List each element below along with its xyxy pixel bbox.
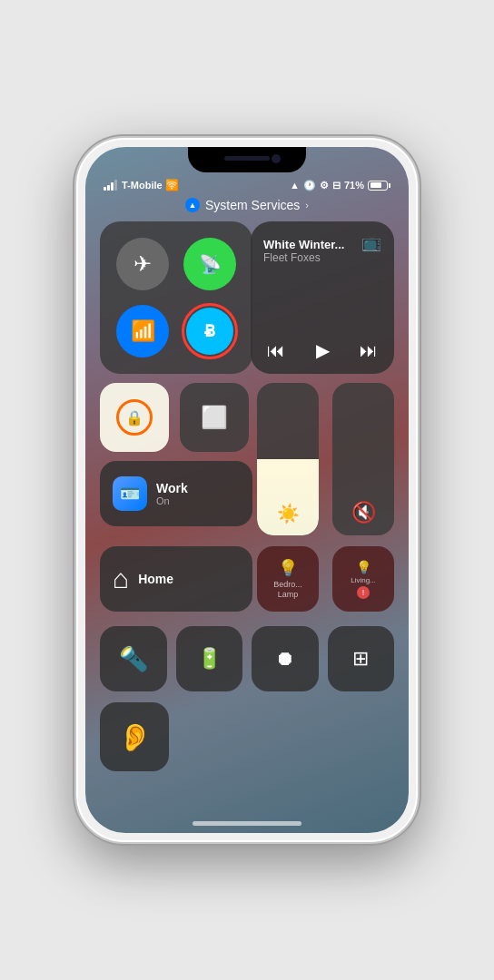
location-icon: ▲ bbox=[185, 198, 200, 212]
rotation-lock-icon: 🔒 bbox=[116, 399, 153, 436]
volume-down-button[interactable] bbox=[74, 397, 76, 451]
living-lamp-tile[interactable]: 💡 Living... ! bbox=[332, 546, 394, 612]
location-title: System Services bbox=[205, 198, 300, 212]
battery-icon bbox=[368, 181, 390, 191]
camera bbox=[272, 154, 281, 163]
home-tile[interactable]: ⌂ Home bbox=[100, 546, 252, 612]
settings-status-icon: ⚙ bbox=[320, 180, 329, 191]
signal-bar-1 bbox=[104, 187, 106, 191]
calculator-tile[interactable]: ⊞ bbox=[328, 626, 395, 691]
carrier-info: T-Mobile 🛜 bbox=[104, 179, 179, 191]
flashlight-tile[interactable]: 🔦 bbox=[100, 626, 167, 691]
record-icon: ⏺ bbox=[275, 647, 295, 671]
work-icon: 🪪 bbox=[113, 476, 147, 511]
screen-mirror-icon: ⬜ bbox=[201, 405, 228, 430]
rotation-lock-tile[interactable]: 🔒 bbox=[100, 383, 169, 452]
bedroom-lamp-tile[interactable]: 💡 Bedro...Lamp bbox=[257, 546, 319, 612]
airplane-mode-button[interactable]: ✈ bbox=[114, 236, 171, 292]
work-label: Work bbox=[156, 481, 188, 495]
battery-charge-icon: ⊟ bbox=[332, 180, 341, 191]
home-label: Home bbox=[138, 572, 173, 586]
location-status-icon: ▲ bbox=[290, 180, 300, 191]
living-lamp-label: Living... bbox=[351, 576, 376, 584]
wifi-icon: 🛜 bbox=[165, 179, 179, 191]
connectivity-tile: ✈ 📡 📶 Ƀ bbox=[100, 221, 252, 374]
signal-bar-3 bbox=[111, 182, 114, 191]
alarm-icon: 🕐 bbox=[303, 180, 316, 191]
media-controls: ⏮ ▶ ⏭ bbox=[263, 339, 381, 361]
play-button[interactable]: ▶ bbox=[316, 339, 330, 361]
screen-record-tile[interactable]: ⏺ bbox=[252, 626, 319, 691]
bluetooth-red-ring: Ƀ bbox=[182, 303, 238, 359]
carrier-name: T-Mobile bbox=[122, 180, 163, 191]
mute-switch[interactable] bbox=[74, 283, 76, 316]
bluetooth-button[interactable]: Ƀ bbox=[182, 303, 238, 359]
brightness-tile[interactable]: ☀️ bbox=[257, 383, 319, 535]
home-icon: ⌂ bbox=[113, 564, 129, 594]
location-chevron: › bbox=[305, 200, 309, 211]
airplay-icon[interactable]: 📺 bbox=[361, 232, 381, 252]
battery-percent: 71% bbox=[344, 180, 364, 191]
wifi-button[interactable]: 📶 bbox=[114, 303, 171, 359]
volume-up-button[interactable] bbox=[74, 328, 76, 383]
speaker bbox=[224, 156, 270, 161]
hearing-icon: 👂 bbox=[118, 721, 152, 753]
living-lamp-alert: ! bbox=[357, 586, 370, 599]
status-bar: T-Mobile 🛜 ▲ 🕐 ⚙ ⊟ 71% bbox=[85, 174, 409, 196]
now-playing-tile[interactable]: 📺 White Winter... Fleet Foxes ⏮ ▶ ⏭ bbox=[251, 221, 394, 374]
bedroom-lamp-label: Bedro...Lamp bbox=[273, 580, 302, 600]
flashlight-icon: 🔦 bbox=[119, 645, 148, 673]
home-indicator[interactable] bbox=[193, 821, 301, 826]
battery-tile-icon: 🔋 bbox=[197, 647, 222, 671]
hotspot-button[interactable]: 📡 bbox=[182, 236, 238, 292]
work-on-tile[interactable]: 🪪 Work On bbox=[100, 461, 252, 526]
work-text: Work On bbox=[156, 481, 188, 506]
battery-tile[interactable]: 🔋 bbox=[176, 626, 243, 691]
mute-icon: 🔇 bbox=[351, 501, 376, 524]
signal-bar-2 bbox=[107, 185, 110, 191]
signal-bar-4 bbox=[114, 180, 117, 191]
bedroom-lamp-icon: 💡 bbox=[278, 558, 298, 578]
screen-mirror-tile[interactable]: ⬜ bbox=[180, 383, 249, 452]
status-right: ▲ 🕐 ⚙ ⊟ 71% bbox=[290, 180, 390, 191]
volume-tile[interactable]: 🔇 bbox=[332, 383, 394, 535]
next-button[interactable]: ⏭ bbox=[360, 340, 378, 361]
control-center: ✈ 📡 📶 Ƀ bbox=[100, 221, 394, 797]
notch bbox=[188, 147, 306, 172]
signal-bars bbox=[104, 180, 117, 191]
living-lamp-icon: 💡 bbox=[356, 560, 371, 574]
hearing-tile[interactable]: 👂 bbox=[100, 702, 169, 771]
location-header[interactable]: ▲ System Services › bbox=[85, 198, 409, 212]
song-artist: Fleet Foxes bbox=[263, 251, 381, 264]
prev-button[interactable]: ⏮ bbox=[267, 340, 285, 361]
bottom-row: 🔦 🔋 ⏺ ⊞ bbox=[100, 626, 394, 691]
brightness-icon: ☀️ bbox=[277, 503, 300, 524]
calculator-icon: ⊞ bbox=[352, 647, 369, 671]
work-sublabel: On bbox=[156, 495, 188, 506]
phone-frame: T-Mobile 🛜 ▲ 🕐 ⚙ ⊟ 71% ▲ System Servi bbox=[74, 136, 420, 844]
power-button[interactable] bbox=[418, 319, 420, 383]
phone-screen: T-Mobile 🛜 ▲ 🕐 ⚙ ⊟ 71% ▲ System Servi bbox=[85, 147, 409, 833]
bluetooth-icon: Ƀ bbox=[186, 308, 233, 355]
